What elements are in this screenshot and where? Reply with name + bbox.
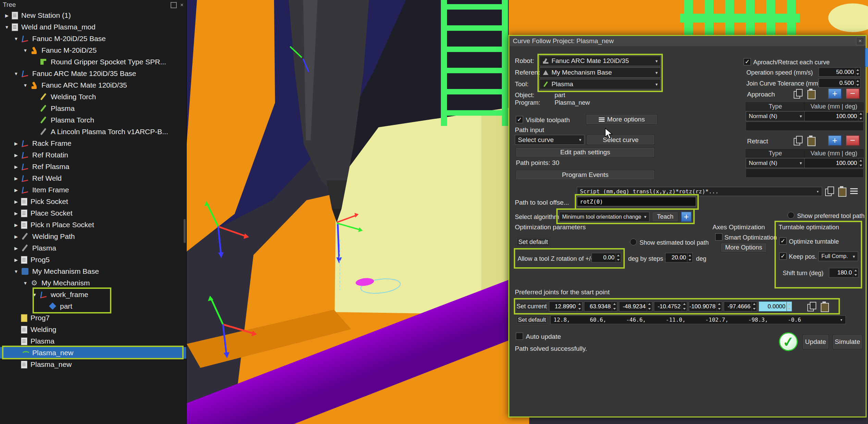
joint-field-5[interactable]: -100.9078 bbox=[689, 301, 722, 311]
spinner[interactable] bbox=[853, 268, 858, 277]
expand-icon[interactable]: ▶ bbox=[11, 188, 21, 193]
select-curve-button[interactable]: Select curve bbox=[587, 135, 655, 145]
spinner[interactable] bbox=[687, 253, 692, 262]
tree-item[interactable]: ▼Fanuc ARC Mate 120iD/35 Base bbox=[0, 68, 186, 79]
tree-item[interactable]: Prog7 bbox=[0, 312, 186, 324]
collapse-icon[interactable]: ▼ bbox=[21, 281, 30, 286]
spinner[interactable] bbox=[717, 302, 722, 311]
tree-item[interactable]: ▼Fanuc M-20iD/25 bbox=[0, 44, 186, 56]
tree-item[interactable]: A Lincoln Plasma Torch v1ARCP-B... bbox=[0, 126, 186, 138]
spinner[interactable] bbox=[577, 302, 582, 311]
tree-item[interactable]: ▶Pick Socket bbox=[0, 196, 186, 207]
expand-icon[interactable]: ▶ bbox=[11, 234, 21, 239]
collapse-icon[interactable]: ▼ bbox=[2, 25, 12, 30]
update-button[interactable]: Update bbox=[803, 335, 829, 349]
tree-item[interactable]: ▶Item Frame bbox=[0, 184, 186, 196]
operation-speed-field[interactable]: 50.000 bbox=[819, 67, 860, 77]
edit-path-settings-button[interactable]: Edit path settings bbox=[516, 147, 655, 157]
copy-icon[interactable] bbox=[807, 301, 817, 311]
collapse-icon[interactable]: ▼ bbox=[11, 71, 21, 76]
float-panel-icon[interactable] bbox=[171, 2, 177, 8]
expand-icon[interactable]: ▶ bbox=[11, 257, 21, 262]
tree-item[interactable]: Welding Torch bbox=[0, 91, 186, 103]
copy-icon[interactable] bbox=[793, 135, 803, 145]
tree-item[interactable]: ▶Plasma bbox=[0, 242, 186, 254]
paste-icon[interactable] bbox=[819, 301, 830, 311]
expand-icon[interactable]: ▶ bbox=[11, 164, 21, 169]
expand-icon[interactable]: ▶ bbox=[11, 176, 21, 181]
copy-icon[interactable] bbox=[793, 88, 803, 99]
tree-item[interactable]: ▶Ref Weld bbox=[0, 172, 186, 184]
tree-item[interactable]: Plasma_new bbox=[0, 347, 186, 359]
retract-value-field[interactable]: 100.000 bbox=[804, 158, 864, 168]
join-tolerance-field[interactable]: 0.500 bbox=[819, 78, 860, 88]
approach-value-field[interactable]: 100.000 bbox=[804, 111, 864, 121]
menu-icon[interactable] bbox=[849, 186, 859, 196]
tree-item[interactable]: Plasma bbox=[0, 335, 186, 347]
joint-field-6[interactable]: -97.4666 bbox=[724, 301, 757, 311]
select-curve-dropdown[interactable]: Select curve ▾ bbox=[515, 135, 584, 145]
spinner[interactable] bbox=[616, 253, 621, 262]
paste-icon[interactable] bbox=[837, 186, 847, 196]
program-events-button[interactable]: Program Events bbox=[516, 170, 655, 180]
expand-icon[interactable]: ▶ bbox=[11, 199, 21, 204]
algorithm-dropdown[interactable]: Minimum tool orientation change ▾ bbox=[559, 212, 649, 222]
tree-item[interactable]: ▶Prog5 bbox=[0, 254, 186, 266]
more-options2-button[interactable]: More Options bbox=[721, 243, 767, 252]
joint-field-3[interactable]: -48.9234 bbox=[619, 301, 652, 311]
approach-type-dropdown[interactable]: Normal (N) ▾ bbox=[746, 111, 805, 121]
collapse-icon[interactable]: ▼ bbox=[21, 48, 30, 53]
auto-update-checkbox[interactable] bbox=[516, 333, 523, 340]
robot-dropdown[interactable]: Fanuc ARC Mate 120iD/35 ▾ bbox=[540, 56, 661, 66]
spinner[interactable] bbox=[858, 158, 863, 168]
joint-field-4[interactable]: -10.4752 bbox=[654, 301, 687, 311]
tree-item[interactable]: ▼Fanuc ARC Mate 120iD/35 bbox=[0, 79, 186, 91]
tree-item[interactable]: ▶Rack Frame bbox=[0, 138, 186, 149]
tree-item[interactable]: Plasma Torch bbox=[0, 114, 186, 126]
tree-item[interactable]: ▶Ref Rotatin bbox=[0, 149, 186, 161]
tree-item[interactable]: ▼work_frame bbox=[0, 289, 186, 300]
tree-item[interactable]: ▼Fanuc M-20iD/25 Base bbox=[0, 33, 186, 44]
tree-item[interactable]: part bbox=[0, 300, 186, 312]
tree-item[interactable]: ▶Pick n Place Socket bbox=[0, 219, 186, 231]
teach-button[interactable]: Teach bbox=[652, 212, 678, 222]
spinner[interactable] bbox=[855, 79, 860, 87]
set-default-button[interactable]: Set default bbox=[516, 237, 550, 247]
tree-item[interactable]: ▼My Mechanism Base bbox=[0, 266, 186, 277]
tree-item[interactable]: ▼⚙My Mechanism bbox=[0, 277, 186, 289]
tree-item[interactable]: ▶Place Socket bbox=[0, 207, 186, 219]
set-current-button[interactable]: Set current bbox=[516, 301, 547, 311]
joint-field-1[interactable]: 12.8990 bbox=[549, 301, 582, 311]
more-options-button[interactable]: More options bbox=[586, 114, 657, 125]
spinner[interactable] bbox=[612, 302, 617, 311]
keep-pos-checkbox[interactable]: ✓ bbox=[779, 253, 786, 260]
spinner[interactable] bbox=[855, 68, 860, 76]
tree-item[interactable]: ▶New Station (1) bbox=[0, 10, 186, 21]
collapse-icon[interactable]: ▼ bbox=[11, 269, 21, 274]
tree-item[interactable]: ▼Weld and Plasma_mod bbox=[0, 21, 186, 33]
show-preferred-radio[interactable] bbox=[788, 212, 794, 219]
add-retract-button[interactable]: + bbox=[828, 135, 842, 146]
expand-icon[interactable]: ▶ bbox=[2, 13, 12, 18]
add-algorithm-button[interactable]: + bbox=[681, 211, 692, 222]
spinner[interactable] bbox=[786, 302, 792, 311]
joint-field-2[interactable]: 63.9348 bbox=[584, 301, 617, 311]
tree-item[interactable]: Plasma_new bbox=[0, 359, 186, 370]
tool-dropdown[interactable]: Plasma ▾ bbox=[540, 79, 661, 89]
spinner[interactable] bbox=[682, 302, 687, 311]
expand-icon[interactable]: ▶ bbox=[11, 246, 21, 251]
expand-icon[interactable]: ▶ bbox=[11, 141, 21, 146]
tree-item[interactable]: Round Gripper Spocket Type SPR... bbox=[0, 56, 186, 68]
spinner[interactable] bbox=[647, 302, 652, 311]
add-approach-button[interactable]: + bbox=[828, 88, 842, 99]
expand-icon[interactable]: ▶ bbox=[11, 222, 21, 228]
shift-turn-field[interactable]: 180.0 bbox=[829, 268, 858, 278]
tree-item[interactable]: ▶Welding Path bbox=[0, 231, 186, 242]
spinner[interactable] bbox=[752, 302, 757, 311]
path-offset-field[interactable]: rotZ(0) bbox=[577, 197, 696, 206]
script-dropdown[interactable]: Script (mm,deg) transl(x,y,z)*rotz(rz)*.… bbox=[577, 187, 822, 196]
deg-steps-field[interactable]: 20.00 bbox=[665, 253, 693, 262]
collapse-icon[interactable]: ▼ bbox=[21, 83, 30, 88]
copy-icon[interactable] bbox=[824, 186, 835, 196]
approach-retract-checkbox[interactable]: ✓ bbox=[744, 58, 751, 65]
